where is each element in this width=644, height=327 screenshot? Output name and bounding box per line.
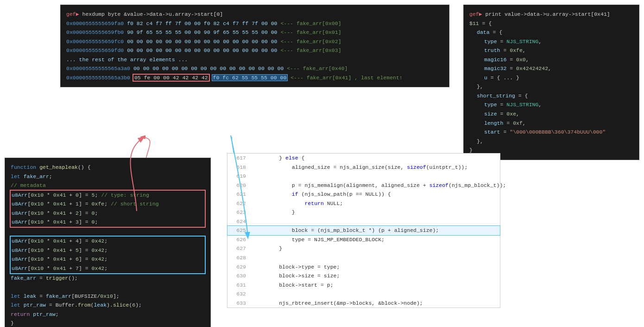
code-line-629: 629 block->type = type; <box>227 263 500 272</box>
gdb-result: $11 = { data = { type = NJS_STRING, trut… <box>469 19 633 155</box>
code-line-633: 633 njs_rbtree_insert(&mp->blocks, &bloc… <box>227 299 500 308</box>
code-line-625: 625 block = (njs_mp_block_t *) (p + alig… <box>227 226 500 235</box>
hexdump-row-0: 0x0000555555659fa0 f0 82 c4 f7 ff 7f 00 … <box>66 19 443 28</box>
hexdump-row-3: 0x0000555555659fd0 00 00 00 00 00 00 00 … <box>66 46 443 55</box>
code-line-630: 630 block->size = size; <box>227 271 500 281</box>
code-line-623: 623 } <box>227 208 500 217</box>
js-panel: function get_heapleak() { let fake_arr; … <box>5 158 211 327</box>
hexdump-row-2: 0x0000555555659fc0 00 00 00 00 00 00 00 … <box>66 37 443 46</box>
js-red-highlight: u8Arr[0x10 * 0x41 + 0] = 5; // type: str… <box>11 191 205 227</box>
js-blue-highlight: u8Arr[0x10 * 0x41 + 4] = 0x42; u8Arr[0x1… <box>11 237 205 273</box>
gdb-command-line: gef▶ print value->data->u.array->start[0… <box>469 10 633 19</box>
hexdump-dots: ... the rest of the array elements ... <box>66 55 443 64</box>
code-line-621: 621 if (njs_slow_path(p == NULL)) { <box>227 190 500 199</box>
code-line-626: 626 type = NJS_MP_EMBEDDED_BLOCK; <box>227 235 500 244</box>
code-line-622: 622 return NULL; <box>227 199 500 208</box>
code-line-618: 618 aligned_size = njs_align_size(size, … <box>227 163 500 172</box>
code-line-619: 619 <box>227 172 500 181</box>
gdb-panel: gef▶ print value->data->u.array->start[0… <box>463 5 639 160</box>
code-line-627: 627 } <box>227 244 500 253</box>
code-line-620: 620 p = njs_memalign(alignment, aligned_… <box>227 181 500 190</box>
hexdump-panel: gef▶ hexdump byte &value->data->u.array-… <box>60 5 449 87</box>
code-panel: 617 } else { 618 aligned_size = njs_alig… <box>227 153 500 308</box>
code-line-632: 632 <box>227 289 500 299</box>
hexdump-row-41: 0x00005555555565a3b0 05 fe 00 00 42 42 4… <box>66 73 443 83</box>
hexdump-blue-highlight: f0 fc 62 55 55 55 00 00 <box>212 75 288 81</box>
hexdump-row-40: 0x00005555555565a3a0 00 00 00 00 00 00 0… <box>66 64 443 73</box>
code-line-617: 617 } else { <box>227 154 500 163</box>
hexdump-command-line: gef▶ hexdump byte &value->data->u.array-… <box>66 10 443 19</box>
hexdump-row-1: 0x0000555555659fb0 90 9f 65 55 55 55 00 … <box>66 28 443 37</box>
code-line-631: 631 block->start = p; <box>227 281 500 290</box>
hexdump-command: hexdump byte &value->data->u.array->star… <box>82 11 223 17</box>
code-line-624: 624 <box>227 217 500 226</box>
code-line-628: 628 <box>227 253 500 263</box>
gdb-prompt: gef▶ <box>469 11 482 17</box>
gef-prompt: gef▶ <box>66 11 79 17</box>
hexdump-red-highlight: 05 fe 00 00 42 42 42 42 <box>133 75 209 81</box>
